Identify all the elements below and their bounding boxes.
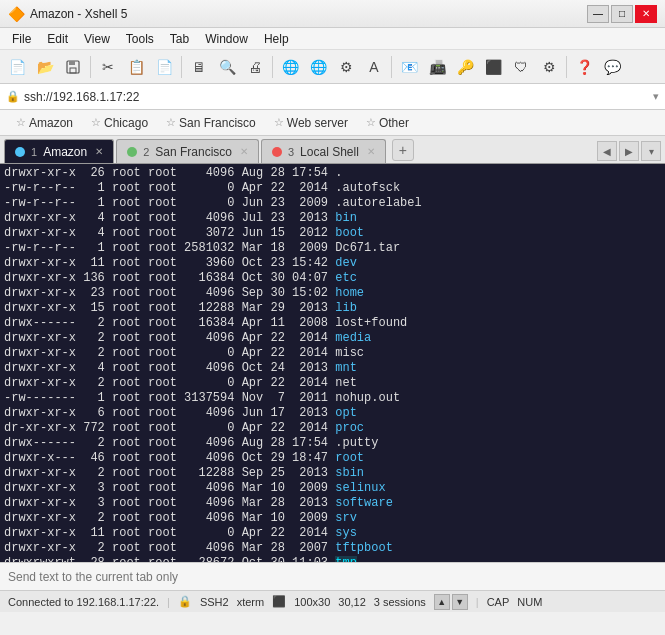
toolbar-sep-2 xyxy=(181,56,182,78)
tb-paste[interactable]: 📄 xyxy=(151,54,177,80)
tab-sf-close[interactable]: ✕ xyxy=(240,146,248,157)
toolbar-sep-3 xyxy=(272,56,273,78)
menu-tools[interactable]: Tools xyxy=(118,30,162,48)
term-line-9: drwxr-xr-x 23 root root 4096 Sep 30 15:0… xyxy=(4,286,661,301)
bookmark-sanfrancisco[interactable]: ☆ San Francisco xyxy=(158,114,264,132)
addr-dropdown-icon[interactable]: ▾ xyxy=(653,90,659,103)
tab-amazon-label: Amazon xyxy=(43,145,87,159)
tb-mail[interactable]: 📧 xyxy=(396,54,422,80)
bookmark-chicago-icon: ☆ xyxy=(91,116,101,129)
minimize-button[interactable]: — xyxy=(587,5,609,23)
toolbar-sep-1 xyxy=(90,56,91,78)
svg-rect-1 xyxy=(69,61,75,65)
tb-font[interactable]: A xyxy=(361,54,387,80)
term-line-12: drwxr-xr-x 2 root root 4096 Apr 22 2014 … xyxy=(4,331,661,346)
tb-globe1[interactable]: 🌐 xyxy=(277,54,303,80)
tb-chat[interactable]: 💬 xyxy=(599,54,625,80)
tb-key[interactable]: 🔑 xyxy=(452,54,478,80)
tab-navigation: ◀ ▶ ▾ xyxy=(597,141,661,163)
term-line-2: -rw-r--r-- 1 root root 0 Apr 22 2014 .au… xyxy=(4,181,661,196)
term-line-16: -rw------- 1 root root 3137594 Nov 7 201… xyxy=(4,391,661,406)
tb-search[interactable]: 🔍 xyxy=(214,54,240,80)
terminal: drwxr-xr-x 26 root root 4096 Aug 28 17:5… xyxy=(0,164,665,562)
tab-amazon-dot xyxy=(15,147,25,157)
tab-local-label: Local Shell xyxy=(300,145,359,159)
scroll-up-button[interactable]: ▲ xyxy=(434,594,450,610)
menu-edit[interactable]: Edit xyxy=(39,30,76,48)
tab-add-button[interactable]: + xyxy=(392,139,414,161)
tb-save[interactable] xyxy=(60,54,86,80)
statusbar: Connected to 192.168.1.17:22. | 🔒 SSH2 x… xyxy=(0,590,665,612)
tb-gear1[interactable]: ⚙ xyxy=(333,54,359,80)
tb-print[interactable]: 🖨 xyxy=(242,54,268,80)
bookmark-webserver[interactable]: ☆ Web server xyxy=(266,114,356,132)
address-text[interactable]: ssh://192.168.1.17:22 xyxy=(24,90,649,104)
close-button[interactable]: ✕ xyxy=(635,5,657,23)
tb-gear2[interactable]: ⚙ xyxy=(536,54,562,80)
term-line-18: dr-xr-xr-x 772 root root 0 Apr 22 2014 p… xyxy=(4,421,661,436)
bookmark-chicago-label: Chicago xyxy=(104,116,148,130)
tb-cut[interactable]: ✂ xyxy=(95,54,121,80)
tb-new[interactable]: 📄 xyxy=(4,54,30,80)
tb-fax[interactable]: 📠 xyxy=(424,54,450,80)
status-size-icon: ⬛ xyxy=(272,595,286,608)
term-line-5: drwxr-xr-x 4 root root 3072 Jun 15 2012 … xyxy=(4,226,661,241)
menu-window[interactable]: Window xyxy=(197,30,256,48)
tb-black[interactable]: ⬛ xyxy=(480,54,506,80)
tb-open[interactable]: 📂 xyxy=(32,54,58,80)
tab-amazon-close[interactable]: ✕ xyxy=(95,146,103,157)
term-line-24: drwxr-xr-x 2 root root 4096 Mar 10 2009 … xyxy=(4,511,661,526)
term-line-13: drwxr-xr-x 2 root root 0 Apr 22 2014 mis… xyxy=(4,346,661,361)
bookmark-sf-label: San Francisco xyxy=(179,116,256,130)
status-sessions: 3 sessions xyxy=(374,596,426,608)
tab-amazon-num: 1 xyxy=(31,146,37,158)
term-line-7: drwxr-xr-x 11 root root 3960 Oct 23 15:4… xyxy=(4,256,661,271)
bookmark-amazon-label: Amazon xyxy=(29,116,73,130)
bookmark-chicago[interactable]: ☆ Chicago xyxy=(83,114,156,132)
term-line-8: drwxr-xr-x 136 root root 16384 Oct 30 04… xyxy=(4,271,661,286)
menu-tab[interactable]: Tab xyxy=(162,30,197,48)
status-num: NUM xyxy=(517,596,542,608)
tab-sf-num: 2 xyxy=(143,146,149,158)
bookmark-other-label: Other xyxy=(379,116,409,130)
status-term: xterm xyxy=(237,596,265,608)
status-connected: Connected to 192.168.1.17:22. xyxy=(8,596,159,608)
menu-help[interactable]: Help xyxy=(256,30,297,48)
addressbar: 🔒 ssh://192.168.1.17:22 ▾ xyxy=(0,84,665,110)
term-line-14: drwxr-xr-x 4 root root 4096 Oct 24 2013 … xyxy=(4,361,661,376)
tab-prev-button[interactable]: ◀ xyxy=(597,141,617,161)
toolbar-sep-5 xyxy=(566,56,567,78)
tb-shield[interactable]: 🛡 xyxy=(508,54,534,80)
tab-next-button[interactable]: ▶ xyxy=(619,141,639,161)
bookmark-amazon[interactable]: ☆ Amazon xyxy=(8,114,81,132)
tb-copy[interactable]: 📋 xyxy=(123,54,149,80)
tab-localshell[interactable]: 3 Local Shell ✕ xyxy=(261,139,386,163)
menu-view[interactable]: View xyxy=(76,30,118,48)
bookmarks-bar: ☆ Amazon ☆ Chicago ☆ San Francisco ☆ Web… xyxy=(0,110,665,136)
toolbar-sep-4 xyxy=(391,56,392,78)
term-line-6: -rw-r--r-- 1 root root 2581032 Mar 18 20… xyxy=(4,241,661,256)
maximize-button[interactable]: □ xyxy=(611,5,633,23)
tb-help[interactable]: ❓ xyxy=(571,54,597,80)
term-line-1: drwxr-xr-x 26 root root 4096 Aug 28 17:5… xyxy=(4,166,661,181)
tab-local-num: 3 xyxy=(288,146,294,158)
tab-menu-button[interactable]: ▾ xyxy=(641,141,661,161)
tabbar: 1 Amazon ✕ 2 San Francisco ✕ 3 Local She… xyxy=(0,136,665,164)
scroll-down-button[interactable]: ▼ xyxy=(452,594,468,610)
term-line-19: drwx------ 2 root root 4096 Aug 28 17:54… xyxy=(4,436,661,451)
tab-sanfrancisco[interactable]: 2 San Francisco ✕ xyxy=(116,139,259,163)
tab-local-close[interactable]: ✕ xyxy=(367,146,375,157)
status-sep-1: | xyxy=(167,596,170,608)
tb-connect[interactable]: 🖥 xyxy=(186,54,212,80)
tb-globe2[interactable]: 🌐 xyxy=(305,54,331,80)
status-pos: 30,12 xyxy=(338,596,366,608)
bookmark-sf-icon: ☆ xyxy=(166,116,176,129)
send-text-input[interactable] xyxy=(8,570,657,584)
tab-amazon[interactable]: 1 Amazon ✕ xyxy=(4,139,114,163)
bookmark-other[interactable]: ☆ Other xyxy=(358,114,417,132)
tab-sf-dot xyxy=(127,147,137,157)
bookmark-amazon-icon: ☆ xyxy=(16,116,26,129)
status-lock-icon: 🔒 xyxy=(178,595,192,608)
menu-file[interactable]: File xyxy=(4,30,39,48)
term-line-17: drwxr-xr-x 6 root root 4096 Jun 17 2013 … xyxy=(4,406,661,421)
